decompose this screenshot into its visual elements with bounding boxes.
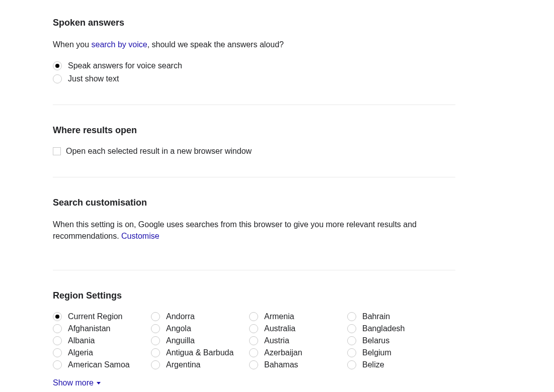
region-settings-title: Region Settings <box>53 290 455 301</box>
spoken-option-label: Speak answers for voice search <box>68 61 182 70</box>
radio-icon[interactable] <box>53 336 62 345</box>
region-option-label: Antigua & Barbuda <box>166 348 233 357</box>
region-option-row[interactable]: Algeria <box>53 348 151 357</box>
region-option-label: Andorra <box>166 312 195 321</box>
region-option-label: Belarus <box>362 336 389 345</box>
region-option-label: Current Region <box>68 312 123 321</box>
region-option-row[interactable]: Australia <box>249 324 347 333</box>
region-option-label: Australia <box>264 324 295 333</box>
region-option-label: Bangladesh <box>362 324 405 333</box>
customisation-desc-text: When this setting is on, Google uses sea… <box>53 220 417 240</box>
radio-icon[interactable] <box>249 336 258 345</box>
region-option-row[interactable]: Argentina <box>151 360 249 369</box>
radio-icon[interactable] <box>151 336 160 345</box>
region-option-row[interactable]: Afghanistan <box>53 324 151 333</box>
region-option-label: Azerbaijan <box>264 348 302 357</box>
radio-icon[interactable] <box>347 324 356 333</box>
customise-link[interactable]: Customise <box>121 232 160 240</box>
search-customisation-section: Search customisation When this setting i… <box>53 198 455 270</box>
region-option-label: Afghanistan <box>68 324 111 333</box>
region-option-row[interactable]: Bahrain <box>347 312 445 321</box>
region-option-row[interactable]: Bangladesh <box>347 324 445 333</box>
region-option-row[interactable]: Armenia <box>249 312 347 321</box>
show-more-link[interactable]: Show more <box>53 378 101 387</box>
region-option-row[interactable]: Andorra <box>151 312 249 321</box>
radio-icon[interactable] <box>347 348 356 357</box>
spoken-option-row[interactable]: Just show text <box>53 74 455 83</box>
region-option-row[interactable]: Azerbaijan <box>249 348 347 357</box>
region-grid: Current RegionAndorraArmeniaBahrainAfgha… <box>53 312 455 369</box>
radio-icon[interactable] <box>53 312 62 321</box>
region-option-label: Bahamas <box>264 360 298 369</box>
radio-icon[interactable] <box>249 360 258 369</box>
spoken-option-label: Just show text <box>68 74 119 83</box>
radio-icon[interactable] <box>151 348 160 357</box>
radio-icon[interactable] <box>249 312 258 321</box>
region-option-label: Belize <box>362 360 384 369</box>
region-option-label: Algeria <box>68 348 93 357</box>
region-option-label: Austria <box>264 336 289 345</box>
spoken-desc-suffix: , should we speak the answers aloud? <box>147 40 284 49</box>
spoken-answers-title: Spoken answers <box>53 18 455 28</box>
search-by-voice-link[interactable]: search by voice <box>91 40 147 49</box>
search-customisation-desc: When this setting is on, Google uses sea… <box>53 219 455 242</box>
region-option-label: Argentina <box>166 360 201 369</box>
region-option-row[interactable]: American Samoa <box>53 360 151 369</box>
region-option-row[interactable]: Belarus <box>347 336 445 345</box>
radio-icon[interactable] <box>347 312 356 321</box>
region-option-row[interactable]: Anguilla <box>151 336 249 345</box>
radio-icon[interactable] <box>53 61 62 70</box>
region-option-row[interactable]: Austria <box>249 336 347 345</box>
radio-icon[interactable] <box>53 324 62 333</box>
radio-icon[interactable] <box>249 324 258 333</box>
spoken-answers-desc: When you search by voice, should we spea… <box>53 39 455 50</box>
spoken-desc-prefix: When you <box>53 40 91 49</box>
region-option-row[interactable]: Belgium <box>347 348 445 357</box>
show-more-label: Show more <box>53 378 94 387</box>
where-results-title: Where results open <box>53 125 455 136</box>
region-option-row[interactable]: Albania <box>53 336 151 345</box>
radio-icon[interactable] <box>53 348 62 357</box>
caret-down-icon <box>97 382 101 384</box>
region-option-label: Bahrain <box>362 312 390 321</box>
radio-icon[interactable] <box>151 324 160 333</box>
radio-icon[interactable] <box>53 360 62 369</box>
spoken-option-row[interactable]: Speak answers for voice search <box>53 61 455 70</box>
open-new-window-label: Open each selected result in a new brows… <box>66 147 252 156</box>
region-option-label: Anguilla <box>166 336 195 345</box>
where-results-open-section: Where results open Open each selected re… <box>53 125 455 177</box>
spoken-answers-section: Spoken answers When you search by voice,… <box>53 18 455 105</box>
region-option-label: American Samoa <box>68 360 130 369</box>
search-customisation-title: Search customisation <box>53 198 455 208</box>
region-option-row[interactable]: Antigua & Barbuda <box>151 348 249 357</box>
region-option-label: Albania <box>68 336 95 345</box>
region-option-row[interactable]: Bahamas <box>249 360 347 369</box>
open-new-window-row[interactable]: Open each selected result in a new brows… <box>53 147 455 156</box>
region-option-label: Angola <box>166 324 191 333</box>
radio-icon[interactable] <box>53 74 62 83</box>
radio-icon[interactable] <box>347 336 356 345</box>
radio-icon[interactable] <box>151 312 160 321</box>
radio-icon[interactable] <box>347 360 356 369</box>
region-option-row[interactable]: Angola <box>151 324 249 333</box>
region-option-label: Belgium <box>362 348 391 357</box>
open-new-window-checkbox[interactable] <box>53 147 61 155</box>
region-settings-section: Region Settings Current RegionAndorraArm… <box>53 290 455 392</box>
region-option-label: Armenia <box>264 312 294 321</box>
radio-icon[interactable] <box>151 360 160 369</box>
region-option-row[interactable]: Belize <box>347 360 445 369</box>
region-option-row[interactable]: Current Region <box>53 312 151 321</box>
radio-icon[interactable] <box>249 348 258 357</box>
